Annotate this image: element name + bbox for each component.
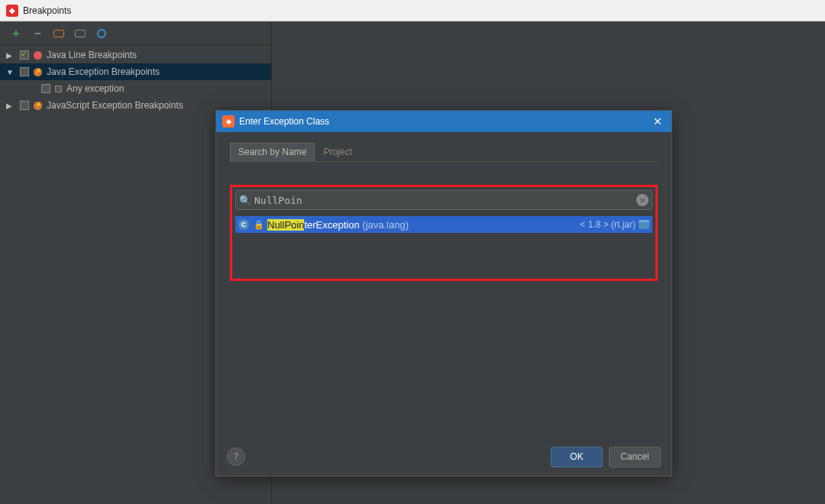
- expand-arrow-icon[interactable]: ▶: [6, 102, 15, 110]
- tree-item-any-exception[interactable]: Any exception: [0, 80, 271, 97]
- clear-search-button[interactable]: ✕: [636, 194, 649, 206]
- dialog-tabs: Search by Name Project: [230, 143, 658, 162]
- window-title: Breakpoints: [23, 5, 71, 16]
- tab-project[interactable]: Project: [315, 143, 360, 161]
- exception-breakpoint-icon: [34, 102, 42, 110]
- search-icon: 🔍: [239, 195, 251, 206]
- dialog-footer: ? OK Cancel: [216, 438, 671, 476]
- exception-icon: [55, 86, 62, 92]
- search-field[interactable]: 🔍 ✕: [235, 190, 652, 210]
- cancel-button[interactable]: Cancel: [609, 447, 661, 467]
- enter-exception-class-dialog: ◆ Enter Exception Class ✕ Search by Name…: [215, 110, 672, 477]
- remove-breakpoint-button[interactable]: −: [31, 27, 44, 40]
- result-meta-text: < 1.8 > (rt.jar): [580, 219, 636, 230]
- app-icon: ◆: [6, 5, 18, 17]
- tree-label: Java Exception Breakpoints: [47, 66, 160, 77]
- dialog-titlebar[interactable]: ◆ Enter Exception Class ✕: [216, 111, 671, 132]
- checkbox[interactable]: [20, 50, 29, 60]
- app-icon: ◆: [222, 115, 235, 128]
- result-package-text: (java.lang): [360, 219, 409, 231]
- view-options-button[interactable]: [95, 27, 108, 40]
- exception-breakpoint-icon: [34, 68, 42, 76]
- add-breakpoint-button[interactable]: +: [9, 27, 23, 40]
- breakpoints-toolbar: + −: [0, 22, 271, 45]
- collapse-arrow-icon[interactable]: ▼: [6, 68, 15, 76]
- search-input[interactable]: [254, 195, 636, 206]
- group-button[interactable]: [52, 27, 66, 40]
- tree-item-java-line[interactable]: ▶ Java Line Breakpoints: [0, 47, 271, 63]
- checkbox[interactable]: [41, 84, 50, 93]
- lock-icon: 🔒: [254, 220, 264, 230]
- breakpoints-tree: ▶ Java Line Breakpoints ▼ Java Exception…: [0, 45, 271, 114]
- class-icon: C: [238, 219, 249, 230]
- result-item[interactable]: C 🔒 NullPointerException (java.lang) < 1…: [235, 216, 652, 233]
- annotation-highlight: 🔍 ✕ C 🔒 NullPointerException (java.lang)…: [230, 185, 658, 281]
- ungroup-button[interactable]: [73, 27, 87, 40]
- checkbox[interactable]: [20, 101, 29, 110]
- ok-button[interactable]: OK: [551, 447, 603, 467]
- tree-label: Java Line Breakpoints: [47, 50, 137, 60]
- expand-arrow-icon[interactable]: ▶: [6, 51, 15, 60]
- tree-label: Any exception: [66, 83, 124, 94]
- tree-label: JavaScript Exception Breakpoints: [47, 100, 183, 111]
- line-breakpoint-icon: [34, 51, 42, 60]
- result-match-text: NullPoin: [267, 219, 304, 231]
- result-rest-text: terException: [304, 219, 359, 231]
- checkbox[interactable]: [20, 67, 29, 76]
- tree-item-java-exception[interactable]: ▼ Java Exception Breakpoints: [0, 63, 271, 80]
- tab-search-by-name[interactable]: Search by Name: [230, 143, 315, 162]
- help-button[interactable]: ?: [227, 447, 245, 466]
- close-button[interactable]: ✕: [650, 114, 665, 129]
- window-titlebar: ◆ Breakpoints: [0, 0, 825, 21]
- jar-icon: [639, 220, 649, 229]
- dialog-title: Enter Exception Class: [239, 116, 650, 127]
- search-results: C 🔒 NullPointerException (java.lang) < 1…: [235, 216, 652, 233]
